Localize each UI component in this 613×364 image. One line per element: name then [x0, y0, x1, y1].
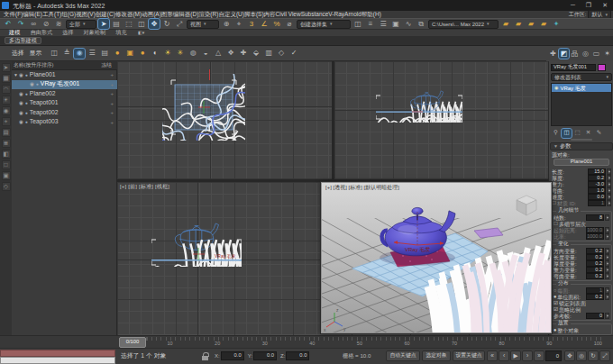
spinner[interactable] — [605, 267, 609, 273]
ribbon-tab[interactable]: 填充 — [115, 30, 126, 35]
param-row[interactable]: 参考帧:0 — [552, 313, 611, 319]
angle-snap-toggle-icon[interactable]: ∠ — [259, 19, 270, 29]
curve-editor-icon[interactable]: ∿ — [403, 19, 414, 29]
motion-tab-icon[interactable]: ◎ — [581, 49, 590, 59]
maximize-viewport-toggle-icon[interactable]: ⤢ — [599, 350, 610, 361]
viewport-splitter-vertical[interactable] — [332, 61, 334, 179]
param-row[interactable]: 厚度变量:0.2 — [552, 260, 611, 267]
select-and-manipulate-icon[interactable]: ⌖ — [233, 19, 244, 29]
toggle-ribbon-icon[interactable]: ▣ — [390, 19, 401, 29]
param-row[interactable]: 整个对象 — [552, 327, 611, 333]
param-row[interactable]: 起始距离:1000.0 — [552, 227, 611, 233]
param-row[interactable]: 重力:-3.0 — [550, 181, 613, 187]
ribbon-tab[interactable]: 选择 — [62, 30, 73, 35]
explorer-sort-header[interactable]: 名称(按升序排序) — [14, 63, 53, 68]
misc-tool-icon[interactable]: ◇ — [276, 49, 287, 59]
select-and-scale-icon[interactable]: ⤢ — [174, 19, 185, 29]
modifier-list-dropdown[interactable]: 修改器列表▾ — [551, 73, 612, 81]
eye-icon[interactable]: ◉ — [19, 101, 23, 106]
hierarchy-tab-icon[interactable]: 品 — [570, 49, 580, 59]
param-row[interactable]: 方向变量:0.2 — [552, 248, 611, 254]
spinner[interactable] — [605, 254, 609, 260]
layer-explorer-icon[interactable]: ☰ — [87, 49, 97, 59]
param-value[interactable]: 1 — [586, 287, 604, 294]
list-item[interactable]: ◉ ● Teapot001 + — [12, 99, 117, 109]
close-button[interactable]: ✕ — [602, 2, 608, 8]
folder-save-icon[interactable]: ▰ — [526, 19, 536, 29]
maxscript-mini-listener[interactable] — [0, 357, 115, 364]
list-item[interactable]: ◉ ● VRay 毛发001 + — [12, 80, 117, 90]
param-value[interactable]: 1 — [588, 200, 606, 206]
coordinate-value[interactable]: 0.0 — [221, 351, 244, 360]
object-name[interactable]: Teapot003 — [30, 119, 59, 125]
param-row[interactable]: 长度:15.0 — [550, 168, 613, 175]
param-value[interactable]: 0.2 — [586, 254, 604, 260]
list-item[interactable]: ▼ ◉ ● Plane001 + — [12, 70, 117, 80]
param-value[interactable]: 15.0 — [588, 168, 606, 175]
zoom-view-icon[interactable]: ◎ — [576, 350, 587, 361]
source-object-button[interactable]: Plane001 — [554, 159, 609, 166]
spinner[interactable] — [605, 227, 609, 233]
rendered-frame-window-icon[interactable]: ▣ — [124, 49, 135, 59]
object-name[interactable]: Plane002 — [30, 91, 56, 97]
param-row[interactable]: 长度变量:0.2 — [552, 254, 611, 260]
track-bar[interactable]: 0102030405060708090100 0/100 — [0, 335, 613, 348]
explorer-header[interactable]: 名称(按升序排序) 冻结 — [12, 61, 117, 70]
mirror-icon[interactable]: ◫ — [49, 49, 59, 59]
spinner[interactable] — [605, 260, 609, 267]
list-item[interactable]: ◉ ● Plane002 + — [12, 89, 117, 99]
explorer-filter-icon[interactable]: ≣ — [2, 139, 11, 148]
menu-item[interactable]: 编辑(E) — [23, 11, 42, 17]
param-row[interactable]: 结数:8 — [552, 214, 611, 221]
param-row[interactable]: 锁定到表面 — [552, 300, 611, 306]
maximize-button[interactable]: ❐ — [586, 2, 591, 8]
list-item[interactable]: ◉ ● Teapot002 + — [12, 108, 117, 118]
param-row[interactable]: 单位面积:0.2 — [552, 294, 611, 300]
menu-item[interactable]: 帮助(H) — [361, 11, 381, 17]
explorer-filter-icon[interactable]: ➤ — [2, 63, 11, 72]
menu-item[interactable]: 组(G) — [61, 11, 76, 17]
object-name-field[interactable]: VRay 毛发001 — [551, 64, 596, 71]
panel-splitter[interactable] — [571, 139, 592, 141]
named-selection-sets-dropdown[interactable]: 创建选择集▾ — [297, 20, 351, 29]
explorer-filter-icon[interactable]: ◉ — [2, 106, 11, 115]
coordinate-value[interactable]: 0.0 — [286, 351, 309, 360]
ribbon-tab[interactable]: 对象绘制 — [84, 30, 106, 35]
viewport-label[interactable]: [+] [前] [标准] [线框] — [120, 184, 169, 189]
spinner[interactable] — [607, 168, 611, 175]
freeze-toggle[interactable]: + — [110, 72, 114, 77]
unlink-selection-icon[interactable]: ⊘ — [41, 19, 51, 29]
param-value[interactable]: 0.2 — [586, 267, 604, 273]
param-value[interactable]: 1000.0 — [586, 227, 604, 233]
time-slider-handle[interactable]: 0/100 — [119, 337, 146, 348]
list-item[interactable]: ◉ ● Teapot003 + — [12, 118, 117, 128]
coordinate-field[interactable]: Z:0.0 — [280, 351, 309, 360]
orbit-view-icon[interactable]: ↻ — [588, 350, 599, 361]
menu-item[interactable]: 渲染(R) — [198, 11, 218, 17]
param-value[interactable]: 0 — [586, 313, 604, 319]
coordinate-value[interactable]: 0.0 — [253, 351, 277, 360]
modifier-stack-row[interactable]: ◉VRay 毛发 — [552, 84, 611, 92]
spinner[interactable] — [605, 294, 609, 300]
object-color-swatch[interactable] — [598, 64, 606, 71]
use-pivot-point-center-icon[interactable]: ⊕ — [221, 19, 232, 29]
coordinate-field[interactable]: Y:0.0 — [248, 351, 277, 360]
param-value[interactable]: 0.2 — [586, 260, 604, 267]
select-and-move-icon[interactable]: ✥ — [149, 19, 160, 29]
redo-icon[interactable]: ↷ — [15, 19, 26, 29]
param-row[interactable]: 弯曲:1.0 — [550, 187, 613, 194]
selected-objects-dropdown[interactable]: 选定对象 — [422, 350, 451, 361]
spinner[interactable] — [607, 175, 611, 181]
eye-icon[interactable]: ◉ — [19, 73, 23, 78]
menu-item[interactable]: Arnold — [344, 11, 361, 17]
menu-item[interactable]: 工具(T) — [42, 11, 61, 17]
helper-icon[interactable]: △ — [213, 49, 224, 59]
previous-frame-button[interactable]: ‹ — [499, 350, 509, 361]
explorer-filter-icon[interactable]: ◇ — [2, 182, 11, 191]
coordinate-field[interactable]: X:0.0 — [215, 351, 244, 360]
spinner[interactable] — [605, 313, 609, 319]
select-by-name-icon[interactable]: ▤ — [111, 19, 122, 29]
param-value[interactable]: 1000.0 — [586, 233, 604, 240]
mirror-icon[interactable]: ◫ — [352, 19, 363, 29]
environment-icon[interactable]: ◒ — [200, 49, 211, 59]
